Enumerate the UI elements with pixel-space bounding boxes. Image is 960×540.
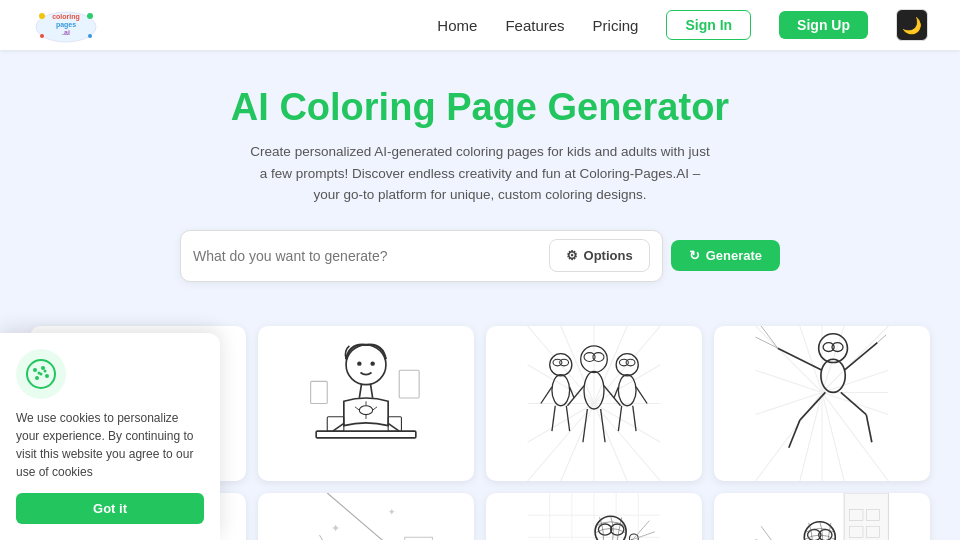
options-button[interactable]: ⚙ Options [549,239,650,272]
logo[interactable]: coloring pages .ai [32,6,100,44]
svg-text:pages: pages [56,21,76,29]
grid-item-4[interactable] [714,326,930,481]
search-input[interactable] [193,248,549,264]
grid-item-2[interactable] [258,326,474,481]
grid-item-6[interactable]: ✦ ✦ ✦ [258,493,474,540]
svg-point-241 [38,372,41,375]
generate-button[interactable]: ↻ Generate [671,240,780,271]
search-bar-wrapper: ⚙ Options ↻ Generate [180,230,780,282]
svg-text:✦: ✦ [388,507,396,517]
svg-point-5 [87,13,93,19]
grid-item-7[interactable] [486,493,702,540]
svg-point-31 [370,361,374,365]
signup-button[interactable]: Sign Up [779,11,868,39]
nav-home[interactable]: Home [437,17,477,34]
svg-point-240 [44,370,47,373]
grid-item-3[interactable] [486,326,702,481]
options-label: Options [584,248,633,263]
svg-text:.ai: .ai [62,29,70,36]
grid-item-8[interactable] [714,493,930,540]
hero-section: AI Coloring Page Generator Create person… [0,50,960,326]
hero-subtitle: Create personalized AI-generated colorin… [250,141,710,206]
nav-links: Home Features Pricing Sign In Sign Up 🌙 [437,9,928,41]
nav-features[interactable]: Features [505,17,564,34]
nav-pricing[interactable]: Pricing [593,17,639,34]
svg-text:✦: ✦ [331,522,340,534]
svg-text:coloring: coloring [52,13,80,21]
gear-icon: ⚙ [566,248,578,263]
cookie-text: We use cookies to personalize your exper… [16,409,204,481]
svg-point-30 [357,361,361,365]
svg-point-236 [41,366,45,370]
svg-point-238 [35,376,39,380]
navbar: coloring pages .ai Home Features Pricing… [0,0,960,50]
svg-point-237 [45,374,49,378]
refresh-icon: ↻ [689,248,700,263]
got-it-button[interactable]: Got it [16,493,204,524]
cookie-icon [16,349,66,399]
svg-rect-161 [300,493,433,540]
svg-point-235 [33,368,37,372]
signin-button[interactable]: Sign In [666,10,751,40]
svg-point-6 [40,34,44,38]
svg-point-7 [88,34,92,38]
cookie-banner: We use cookies to personalize your exper… [0,333,220,540]
theme-toggle-button[interactable]: 🌙 [896,9,928,41]
hero-title: AI Coloring Page Generator [20,86,940,129]
search-bar: ⚙ Options [180,230,663,282]
generate-label: Generate [706,248,762,263]
svg-point-4 [39,13,45,19]
